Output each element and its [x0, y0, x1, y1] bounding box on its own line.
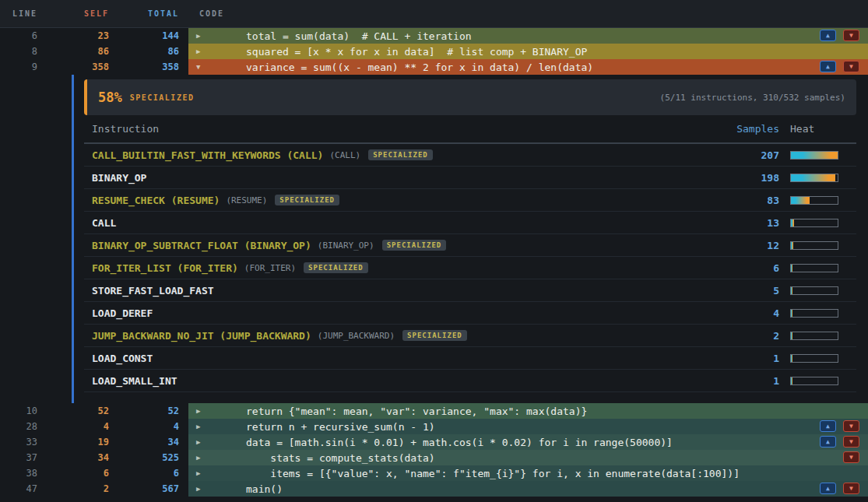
code-heat-cell[interactable]: ▶return n + recursive_sum(n - 1)▲▼ [188, 419, 868, 434]
heat-bar [790, 264, 838, 272]
instruction-name: LOAD_SMALL_INT [92, 375, 177, 387]
instruction-base-opcode: (FOR_ITER) [244, 263, 296, 273]
total-samples: 34 [109, 437, 179, 448]
code-text: total = sum(data) # CALL + iteration [188, 30, 472, 42]
heat-cell [790, 286, 849, 295]
move-up-button[interactable]: ▲ [820, 436, 836, 448]
line-number: 6 [0, 30, 37, 41]
expand-triangle-icon[interactable]: ▶ [196, 485, 200, 493]
code-text: squared = [x * x for x in data] # list c… [188, 46, 587, 58]
instruction-row: LOAD_SMALL_INT1 [84, 370, 856, 392]
expand-triangle-icon[interactable]: ▶ [196, 438, 200, 446]
move-up-button[interactable]: ▲ [820, 420, 836, 432]
code-text: main() [188, 483, 283, 495]
instruction-row: RESUME_CHECK (RESUME)(RESUME)SPECIALIZED… [84, 189, 856, 212]
instruction-name-group: CALL [92, 217, 748, 229]
heat-bar-fill [791, 377, 792, 384]
code-heat-cell[interactable]: ▶squared = [x * x for x in data] # list … [188, 44, 868, 59]
specialized-badge: SPECIALIZED [382, 240, 447, 251]
heat-cell [790, 264, 849, 272]
move-down-button[interactable]: ▼ [843, 420, 859, 432]
instruction-name: BINARY_OP_SUBTRACT_FLOAT (BINARY_OP) [92, 240, 311, 251]
code-row-line-47: 472567▶main()▲▼ [0, 481, 868, 497]
move-up-button[interactable]: ▲ [820, 483, 836, 494]
code-heat-cell[interactable]: ▼variance = sum((x - mean) ** 2 for x in… [188, 59, 868, 75]
heat-cell [790, 354, 849, 363]
heat-bar [790, 354, 838, 363]
instruction-samples: 4 [748, 307, 779, 319]
instruction-row: BINARY_OP198 [84, 167, 856, 189]
code-row-line-8: 88686▶squared = [x * x for x in data] # … [0, 44, 868, 59]
move-down-button[interactable]: ▼ [843, 61, 859, 72]
total-samples: 4 [109, 421, 179, 432]
instruction-row: BINARY_OP_SUBTRACT_FLOAT (BINARY_OP)(BIN… [84, 234, 856, 257]
instruction-name-group: BINARY_OP [92, 172, 748, 184]
heat-bar-fill [791, 197, 810, 204]
code-heat-cell[interactable]: ▶main()▲▼ [188, 481, 868, 497]
code-heat-cell[interactable]: ▶return {"mean": mean, "var": variance, … [188, 403, 868, 419]
sample-counts-summary: (5/11 instructions, 310/532 samples) [660, 93, 845, 103]
move-down-button[interactable]: ▼ [843, 451, 859, 463]
expanded-detail-panel: 58% SPECIALIZED (5/11 instructions, 310/… [72, 75, 868, 403]
total-samples: 144 [109, 30, 179, 41]
expand-triangle-icon[interactable]: ▶ [196, 407, 200, 415]
self-samples: 4 [37, 421, 109, 432]
instruction-name: RESUME_CHECK (RESUME) [92, 195, 220, 206]
self-samples: 6 [37, 468, 109, 479]
instruction-base-opcode: (CALL) [329, 150, 360, 160]
instruction-samples: 1 [748, 353, 779, 364]
code-heat-cell[interactable]: ▶ items = [{"value": x, "name": f"item_{… [188, 465, 868, 481]
self-samples: 2 [37, 483, 109, 494]
code-heat-cell[interactable]: ▶data = [math.sin(i * 0.01) + math.cos(i… [188, 434, 868, 450]
expand-triangle-icon[interactable]: ▶ [196, 32, 200, 40]
specialized-badge: SPECIALIZED [304, 262, 368, 273]
instruction-samples: 13 [748, 217, 779, 229]
self-samples: 358 [37, 61, 109, 72]
row-nav-buttons: ▲▼ [820, 420, 859, 432]
line-number: 37 [0, 452, 37, 463]
instruction-row: LOAD_CONST1 [84, 347, 856, 370]
instruction-row: CALL_BUILTIN_FAST_WITH_KEYWORDS (CALL)(C… [84, 144, 856, 167]
row-nav-buttons: ▲▼ [820, 30, 859, 41]
line-number: 47 [0, 483, 37, 494]
heat-bar [790, 377, 838, 385]
instruction-name-group: RESUME_CHECK (RESUME)(RESUME)SPECIALIZED [92, 195, 748, 206]
move-down-button[interactable]: ▼ [843, 483, 859, 494]
line-number: 9 [0, 61, 37, 72]
heat-bar-fill [791, 174, 835, 181]
row-nav-buttons: ▼ [843, 451, 859, 463]
column-header-code: CODE [199, 9, 224, 18]
move-up-button[interactable]: ▲ [820, 61, 836, 72]
heat-bar-fill [791, 287, 792, 294]
code-heat-cell[interactable]: ▶ stats = compute_stats(data)▼ [188, 450, 868, 465]
code-row-line-10: 105252▶return {"mean": mean, "var": vari… [0, 403, 868, 419]
heat-bar [790, 241, 838, 250]
profiler-app: LINE SELF TOTAL CODE 623144▶total = sum(… [0, 0, 868, 502]
collapse-triangle-icon[interactable]: ▼ [196, 63, 200, 71]
expand-triangle-icon[interactable]: ▶ [196, 454, 200, 462]
expand-triangle-icon[interactable]: ▶ [196, 47, 200, 55]
instruction-name-group: BINARY_OP_SUBTRACT_FLOAT (BINARY_OP)(BIN… [92, 240, 748, 251]
specialization-summary-bar: 58% SPECIALIZED (5/11 instructions, 310/… [84, 79, 856, 115]
total-samples: 6 [109, 468, 179, 479]
instruction-table-header: Instruction Samples Heat [84, 115, 856, 144]
samples-column-header: Samples [736, 123, 779, 135]
code-heat-cell[interactable]: ▶total = sum(data) # CALL + iteration▲▼ [188, 28, 868, 44]
instruction-samples: 207 [748, 149, 779, 161]
specialized-label: SPECIALIZED [130, 93, 195, 102]
heat-bar [790, 151, 838, 160]
expand-triangle-icon[interactable]: ▶ [196, 423, 200, 430]
specialized-badge: SPECIALIZED [368, 149, 433, 160]
line-number: 38 [0, 468, 37, 479]
total-samples: 86 [109, 46, 179, 57]
move-up-button[interactable]: ▲ [820, 30, 836, 41]
heat-cell [790, 196, 849, 205]
self-samples: 52 [37, 405, 109, 416]
total-samples: 52 [109, 405, 179, 416]
move-down-button[interactable]: ▼ [843, 30, 859, 41]
heat-column-header: Heat [790, 123, 849, 135]
heat-cell [790, 332, 849, 340]
total-samples: 525 [109, 452, 179, 463]
expand-triangle-icon[interactable]: ▶ [196, 469, 200, 477]
move-down-button[interactable]: ▼ [843, 436, 859, 448]
